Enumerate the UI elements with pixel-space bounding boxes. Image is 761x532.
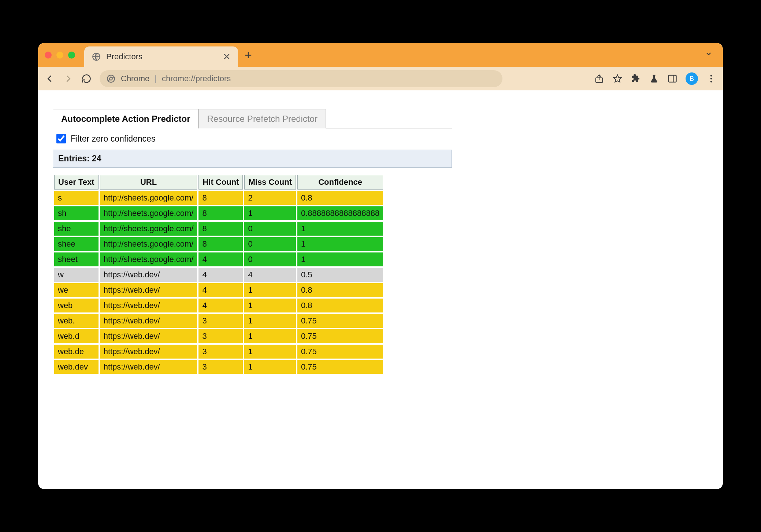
filter-zero-confidences-checkbox[interactable] — [56, 134, 66, 143]
cell-conf: 0.8 — [297, 191, 383, 205]
reload-button[interactable] — [81, 74, 92, 84]
menu-icon[interactable] — [706, 74, 716, 84]
cell-url: http://sheets.google.com/ — [100, 222, 197, 236]
omnibox-separator: | — [155, 74, 157, 83]
cell-url: https://web.dev/ — [100, 314, 197, 328]
traffic-lights — [45, 52, 75, 59]
titlebar: Predictors ✕ + — [38, 43, 723, 67]
browser-tab[interactable]: Predictors ✕ — [84, 46, 238, 67]
cell-hit: 3 — [198, 345, 243, 359]
cell-user-text: web.d — [54, 329, 99, 343]
col-hit-count[interactable]: Hit Count — [198, 175, 243, 190]
table-row[interactable]: sheethttp://sheets.google.com/401 — [54, 252, 383, 266]
cell-miss: 1 — [244, 329, 296, 343]
cell-miss: 0 — [244, 252, 296, 266]
cell-conf: 1 — [297, 237, 383, 251]
cell-url: https://web.dev/ — [100, 329, 197, 343]
cell-hit: 3 — [198, 329, 243, 343]
cell-hit: 4 — [198, 252, 243, 266]
table-row[interactable]: webhttps://web.dev/410.8 — [54, 299, 383, 312]
table-row[interactable]: web.https://web.dev/310.75 — [54, 314, 383, 328]
cell-url: http://sheets.google.com/ — [100, 206, 197, 220]
omnibox-url: chrome://predictors — [162, 74, 231, 83]
cell-miss: 2 — [244, 191, 296, 205]
cell-conf: 0.5 — [297, 268, 383, 282]
table-row[interactable]: web.devhttps://web.dev/310.75 — [54, 360, 383, 374]
omnibox[interactable]: Chrome | chrome://predictors — [100, 70, 502, 87]
cell-miss: 1 — [244, 283, 296, 297]
cell-user-text: sh — [54, 206, 99, 220]
cell-url: https://web.dev/ — [100, 360, 197, 374]
cell-user-text: shee — [54, 237, 99, 251]
toolbar: Chrome | chrome://predictors B — [38, 67, 723, 90]
cell-user-text: she — [54, 222, 99, 236]
cell-url: https://web.dev/ — [100, 299, 197, 312]
chrome-icon — [106, 74, 116, 83]
entries-count: Entries: 24 — [53, 150, 452, 168]
cell-conf: 0.8888888888888888 — [297, 206, 383, 220]
cell-url: https://web.dev/ — [100, 268, 197, 282]
window-minimize-button[interactable] — [56, 52, 63, 59]
chevron-down-icon[interactable] — [705, 50, 713, 60]
avatar-letter: B — [690, 75, 694, 83]
window-close-button[interactable] — [45, 52, 52, 59]
table-row[interactable]: sheehttp://sheets.google.com/801 — [54, 237, 383, 251]
cell-user-text: sheet — [54, 252, 99, 266]
tab-resource-prefetch-predictor[interactable]: Resource Prefetch Predictor — [198, 109, 326, 128]
col-user-text[interactable]: User Text — [54, 175, 99, 190]
table-row[interactable]: wehttps://web.dev/410.8 — [54, 283, 383, 297]
svg-point-7 — [710, 78, 712, 80]
side-panel-icon[interactable] — [667, 74, 678, 84]
cell-url: http://sheets.google.com/ — [100, 252, 197, 266]
col-url[interactable]: URL — [100, 175, 197, 190]
cell-user-text: web.dev — [54, 360, 99, 374]
table-header-row: User Text URL Hit Count Miss Count Confi… — [54, 175, 383, 190]
table-row[interactable]: web.dhttps://web.dev/310.75 — [54, 329, 383, 343]
svg-point-6 — [710, 75, 712, 77]
table-row[interactable]: shhttp://sheets.google.com/810.888888888… — [54, 206, 383, 220]
cell-miss: 1 — [244, 299, 296, 312]
cell-conf: 0.75 — [297, 329, 383, 343]
cell-conf: 0.75 — [297, 345, 383, 359]
labs-icon[interactable] — [649, 74, 659, 84]
cell-miss: 1 — [244, 206, 296, 220]
omnibox-label: Chrome — [121, 74, 149, 83]
avatar[interactable]: B — [686, 72, 698, 85]
cell-hit: 8 — [198, 222, 243, 236]
cell-conf: 1 — [297, 222, 383, 236]
cell-user-text: w — [54, 268, 99, 282]
cell-conf: 0.75 — [297, 314, 383, 328]
star-icon[interactable] — [612, 74, 623, 84]
tab-autocomplete-action-predictor[interactable]: Autocomplete Action Predictor — [53, 109, 198, 128]
table-row[interactable]: web.dehttps://web.dev/310.75 — [54, 345, 383, 359]
cell-hit: 3 — [198, 360, 243, 374]
cell-user-text: we — [54, 283, 99, 297]
page-tabs: Autocomplete Action Predictor Resource P… — [53, 109, 452, 128]
predictor-table: User Text URL Hit Count Miss Count Confi… — [53, 173, 385, 375]
back-button[interactable] — [45, 74, 55, 84]
cell-miss: 1 — [244, 360, 296, 374]
cell-hit: 4 — [198, 283, 243, 297]
extensions-icon[interactable] — [631, 74, 641, 84]
new-tab-button[interactable]: + — [245, 48, 252, 62]
cell-miss: 4 — [244, 268, 296, 282]
col-confidence[interactable]: Confidence — [297, 175, 383, 190]
table-row[interactable]: whttps://web.dev/440.5 — [54, 268, 383, 282]
cell-url: https://web.dev/ — [100, 283, 197, 297]
cell-conf: 0.75 — [297, 360, 383, 374]
cell-conf: 1 — [297, 252, 383, 266]
table-row[interactable]: shehttp://sheets.google.com/801 — [54, 222, 383, 236]
share-icon[interactable] — [594, 74, 604, 84]
filter-zero-confidences-label[interactable]: Filter zero confidences — [71, 134, 155, 144]
cell-url: http://sheets.google.com/ — [100, 237, 197, 251]
cell-user-text: s — [54, 191, 99, 205]
cell-user-text: web — [54, 299, 99, 312]
window-maximize-button[interactable] — [68, 52, 75, 59]
forward-button[interactable] — [63, 74, 73, 84]
cell-url: https://web.dev/ — [100, 345, 197, 359]
close-tab-icon[interactable]: ✕ — [223, 51, 231, 63]
col-miss-count[interactable]: Miss Count — [244, 175, 296, 190]
cell-conf: 0.8 — [297, 283, 383, 297]
svg-point-8 — [710, 81, 712, 83]
table-row[interactable]: shttp://sheets.google.com/820.8 — [54, 191, 383, 205]
